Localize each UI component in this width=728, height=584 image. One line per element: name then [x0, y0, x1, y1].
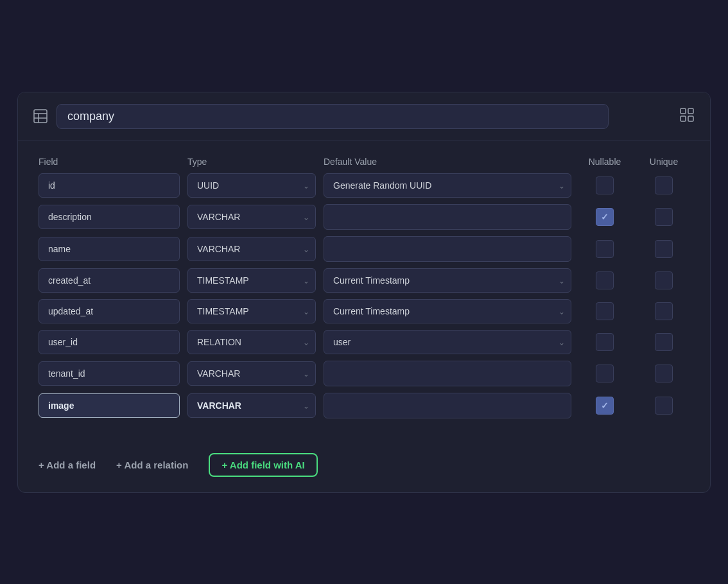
unique-checkbox[interactable] — [655, 176, 673, 194]
svg-rect-7 — [688, 116, 693, 121]
col-type-header: Type — [187, 157, 316, 167]
type-select-wrapper: UUID VARCHAR TIMESTAMP RELATION — [187, 361, 316, 386]
nullable-checkbox[interactable] — [596, 176, 614, 194]
type-select-wrapper: UUID VARCHAR TIMESTAMP RELATION — [187, 330, 316, 354]
table-name-input[interactable] — [56, 104, 609, 129]
nullable-cell — [579, 240, 630, 258]
field-name-input[interactable] — [39, 361, 180, 386]
field-name-input[interactable] — [39, 393, 180, 418]
column-headers: Field Type Default Value Nullable Unique — [39, 157, 689, 173]
unique-cell — [638, 176, 689, 194]
add-field-label: + Add a field — [39, 459, 96, 470]
type-select-wrapper: UUID VARCHAR TIMESTAMP RELATION — [187, 268, 316, 293]
add-relation-label: + Add a relation — [116, 459, 188, 470]
unique-cell — [638, 271, 689, 289]
svg-rect-5 — [688, 108, 693, 114]
layout-icon[interactable] — [679, 107, 695, 126]
nullable-cell — [579, 397, 630, 415]
field-name-input[interactable] — [39, 237, 180, 261]
field-name-input[interactable] — [39, 330, 180, 354]
nullable-cell — [579, 271, 630, 289]
nullable-checkbox[interactable] — [596, 333, 614, 351]
nullable-cell — [579, 365, 630, 382]
table-row: UUID VARCHAR TIMESTAMP RELATION — [39, 393, 689, 418]
type-select[interactable]: UUID VARCHAR TIMESTAMP RELATION — [187, 237, 316, 261]
nullable-cell — [579, 333, 630, 351]
svg-rect-0 — [34, 110, 47, 123]
type-select-wrapper: UUID VARCHAR TIMESTAMP RELATION — [187, 299, 316, 323]
default-value-wrapper: Generate Random UUID None — [324, 173, 571, 198]
col-field-header: Field — [39, 157, 180, 167]
default-value-empty — [324, 204, 571, 230]
field-name-input[interactable] — [39, 299, 180, 323]
table-row: UUID VARCHAR TIMESTAMP RELATION — [39, 236, 689, 262]
table-row: UUID VARCHAR TIMESTAMP RELATION Current … — [39, 299, 689, 323]
svg-rect-6 — [680, 116, 686, 121]
unique-cell — [638, 302, 689, 320]
type-select[interactable]: UUID VARCHAR TIMESTAMP RELATION — [187, 268, 316, 293]
add-field-button[interactable]: + Add a field — [39, 459, 96, 470]
default-value-select[interactable]: Current Timestamp None — [324, 299, 571, 323]
add-relation-button[interactable]: + Add a relation — [116, 459, 188, 470]
col-default-header: Default Value — [324, 157, 571, 167]
type-select[interactable]: UUID VARCHAR TIMESTAMP RELATION — [187, 205, 316, 229]
type-select[interactable]: UUID VARCHAR TIMESTAMP RELATION — [187, 393, 316, 418]
field-name-input[interactable] — [39, 268, 180, 293]
table-row: UUID VARCHAR TIMESTAMP RELATION — [39, 204, 689, 230]
table-icon — [33, 109, 48, 123]
type-select-wrapper: UUID VARCHAR TIMESTAMP RELATION — [187, 237, 316, 261]
unique-checkbox[interactable] — [655, 208, 673, 226]
col-nullable-header: Nullable — [579, 157, 630, 167]
unique-checkbox[interactable] — [655, 397, 673, 415]
default-value-wrapper: Current Timestamp None — [324, 299, 571, 323]
default-value-wrapper: Current Timestamp None — [324, 268, 571, 293]
unique-checkbox[interactable] — [655, 302, 673, 320]
default-value-select[interactable]: Generate Random UUID None — [324, 173, 571, 198]
unique-cell — [638, 208, 689, 226]
nullable-checkbox[interactable] — [596, 208, 614, 226]
type-select[interactable]: UUID VARCHAR TIMESTAMP RELATION — [187, 299, 316, 323]
type-select[interactable]: UUID VARCHAR TIMESTAMP RELATION — [187, 330, 316, 354]
add-ai-button[interactable]: + Add field with AI — [209, 453, 317, 477]
table-row: UUID VARCHAR TIMESTAMP RELATION Current … — [39, 268, 689, 293]
modal-footer: + Add a field + Add a relation + Add fie… — [18, 440, 710, 492]
nullable-cell — [579, 302, 630, 320]
field-name-input[interactable] — [39, 205, 180, 229]
default-value-wrapper: user None — [324, 330, 571, 354]
type-select-wrapper: UUID VARCHAR TIMESTAMP RELATION — [187, 393, 316, 418]
unique-cell — [638, 397, 689, 415]
default-value-empty — [324, 361, 571, 386]
table-row: UUID VARCHAR TIMESTAMP RELATION — [39, 361, 689, 386]
unique-cell — [638, 365, 689, 382]
nullable-checkbox[interactable] — [596, 271, 614, 289]
unique-cell — [638, 240, 689, 258]
type-select[interactable]: UUID VARCHAR TIMESTAMP RELATION — [187, 361, 316, 386]
default-value-empty — [324, 393, 571, 418]
col-unique-header: Unique — [638, 157, 689, 167]
modal-container: Field Type Default Value Nullable Unique… — [17, 92, 711, 493]
unique-checkbox[interactable] — [655, 240, 673, 258]
type-select-wrapper: UUID VARCHAR TIMESTAMP RELATION — [187, 205, 316, 229]
field-name-input[interactable] — [39, 173, 180, 198]
default-value-empty — [324, 236, 571, 262]
modal-header — [18, 92, 710, 141]
table-row: UUID VARCHAR TIMESTAMP RELATION Generate… — [39, 173, 689, 198]
table-row: UUID VARCHAR TIMESTAMP RELATION user Non… — [39, 330, 689, 354]
table-content: Field Type Default Value Nullable Unique… — [18, 141, 710, 440]
nullable-checkbox[interactable] — [596, 365, 614, 382]
type-select[interactable]: UUID VARCHAR TIMESTAMP RELATION — [187, 173, 316, 198]
nullable-cell — [579, 176, 630, 194]
type-select-wrapper: UUID VARCHAR TIMESTAMP RELATION — [187, 173, 316, 198]
unique-checkbox[interactable] — [655, 365, 673, 382]
svg-rect-4 — [680, 108, 686, 114]
default-value-select[interactable]: Current Timestamp None — [324, 268, 571, 293]
nullable-checkbox[interactable] — [596, 302, 614, 320]
default-value-select[interactable]: user None — [324, 330, 571, 354]
nullable-checkbox[interactable] — [596, 240, 614, 258]
add-ai-label: + Add field with AI — [221, 459, 304, 470]
nullable-cell — [579, 208, 630, 226]
unique-checkbox[interactable] — [655, 271, 673, 289]
unique-checkbox[interactable] — [655, 333, 673, 351]
unique-cell — [638, 333, 689, 351]
nullable-checkbox[interactable] — [596, 397, 614, 415]
